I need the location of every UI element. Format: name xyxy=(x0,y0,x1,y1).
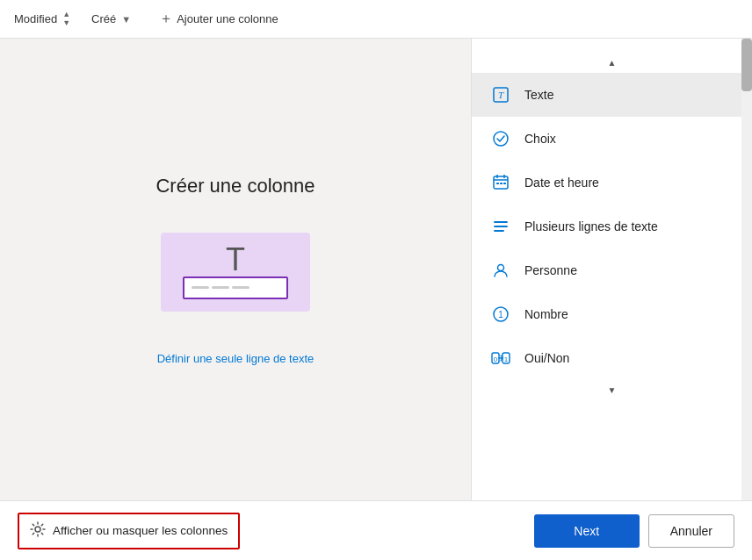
svg-text:1: 1 xyxy=(498,310,503,319)
illus-card: T xyxy=(161,233,310,312)
date-label: Date et heure xyxy=(524,176,599,190)
texte-label: Texte xyxy=(524,88,553,102)
input-placeholder-dots xyxy=(192,286,249,289)
svg-text:0: 0 xyxy=(494,355,498,363)
bottom-bar: Afficher ou masquer les colonnes Next An… xyxy=(0,500,752,560)
type-nombre[interactable]: 1 Nombre xyxy=(472,292,752,336)
main-content: Créer une colonne T Définir une seule li… xyxy=(0,39,752,500)
show-hide-button[interactable]: Afficher ou masquer les colonnes xyxy=(18,513,240,549)
scroll-down-arrow[interactable]: ▼ xyxy=(472,380,752,400)
nombre-label: Nombre xyxy=(524,307,568,321)
modified-label: Modified xyxy=(14,12,57,25)
text-type-icon: T xyxy=(226,241,245,278)
next-button[interactable]: Next xyxy=(534,514,640,548)
right-panel: ▲ T Texte Choix xyxy=(471,39,752,500)
type-ouinon[interactable]: 0 1 Oui/Non xyxy=(472,336,752,380)
panel-description: Définir une seule ligne de texte xyxy=(157,352,315,365)
panel-title: Créer une colonne xyxy=(155,175,315,197)
scroll-up-arrow[interactable]: ▲ xyxy=(472,53,752,73)
svg-point-21 xyxy=(35,527,40,532)
modified-column[interactable]: Modified ▲ ▼ xyxy=(14,11,70,27)
cree-column[interactable]: Créé ▼ xyxy=(91,12,131,25)
add-column-label: Ajouter une colonne xyxy=(177,12,278,25)
nombre-icon: 1 xyxy=(489,303,512,326)
type-choix[interactable]: Choix xyxy=(472,117,752,161)
add-column-button[interactable]: ＋ Ajouter une colonne xyxy=(159,10,278,28)
scrollbar-track[interactable] xyxy=(741,39,752,500)
plusieurs-label: Plusieurs lignes de texte xyxy=(524,219,658,233)
cree-label: Créé xyxy=(91,12,116,25)
ouinon-label: Oui/Non xyxy=(524,351,569,365)
gear-icon xyxy=(30,521,46,541)
svg-point-2 xyxy=(494,132,508,146)
date-icon xyxy=(489,171,512,194)
svg-text:T: T xyxy=(498,90,504,100)
illus-input-box xyxy=(183,276,288,299)
column-illustration: T xyxy=(161,233,310,312)
svg-rect-7 xyxy=(496,183,499,184)
choix-label: Choix xyxy=(524,132,556,146)
texte-icon: T xyxy=(489,83,512,106)
plus-icon: ＋ xyxy=(159,10,173,28)
choix-icon xyxy=(489,127,512,150)
svg-rect-8 xyxy=(500,183,503,184)
personne-icon xyxy=(489,259,512,282)
show-hide-label: Afficher ou masquer les colonnes xyxy=(53,524,228,537)
bottom-actions: Next Annuler xyxy=(534,514,734,548)
svg-text:1: 1 xyxy=(504,355,509,363)
type-texte[interactable]: T Texte xyxy=(472,73,752,117)
svg-point-13 xyxy=(498,265,504,271)
svg-rect-9 xyxy=(503,183,506,184)
cancel-button[interactable]: Annuler xyxy=(648,514,734,548)
top-bar: Modified ▲ ▼ Créé ▼ ＋ Ajouter une colonn… xyxy=(0,0,752,39)
type-plusieurs[interactable]: Plusieurs lignes de texte xyxy=(472,205,752,248)
type-personne[interactable]: Personne xyxy=(472,248,752,292)
ouinon-icon: 0 1 xyxy=(489,347,512,370)
plusieurs-icon xyxy=(489,215,512,238)
chevron-down-icon: ▼ xyxy=(121,14,131,25)
scrollbar-thumb[interactable] xyxy=(741,39,752,91)
left-panel: Créer une colonne T Définir une seule li… xyxy=(0,39,471,500)
personne-label: Personne xyxy=(524,263,577,277)
type-date[interactable]: Date et heure xyxy=(472,161,752,205)
sort-icons: ▲ ▼ xyxy=(62,11,70,27)
